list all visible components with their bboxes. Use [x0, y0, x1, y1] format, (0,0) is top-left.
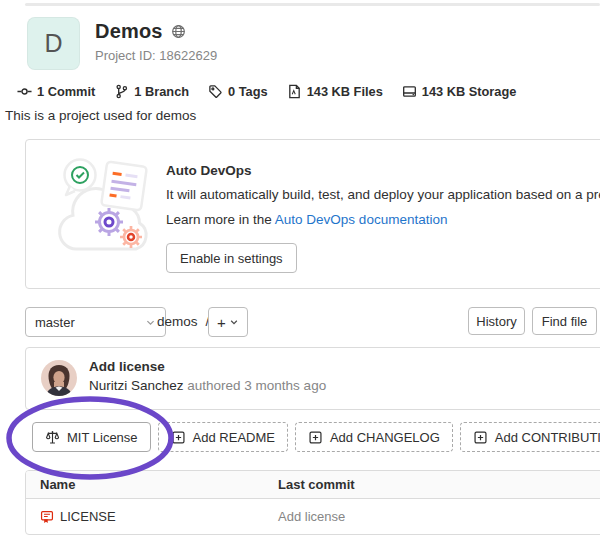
- last-commit-card: Add license Nuritzi Sanchez authored 3 m…: [25, 347, 600, 410]
- commit-author[interactable]: Nuritzi Sanchez: [89, 378, 184, 393]
- table-row[interactable]: LICENSE Add license: [26, 499, 600, 534]
- scale-icon: [45, 430, 60, 445]
- project-avatar-letter: D: [44, 29, 62, 58]
- mit-license-button[interactable]: MIT License: [32, 422, 151, 452]
- auto-devops-doc-link[interactable]: Auto DevOps documentation: [275, 212, 448, 227]
- stat-commits[interactable]: 1 Commit: [17, 84, 95, 99]
- add-contributing-button[interactable]: Add CONTRIBUTING: [460, 422, 600, 452]
- project-avatar: D: [27, 17, 80, 70]
- branch-icon: [114, 84, 129, 99]
- file-tree-table: Name Last commit LICENSE Add license: [25, 470, 600, 535]
- file-name-link[interactable]: LICENSE: [60, 509, 116, 524]
- add-changelog-button[interactable]: Add CHANGELOG: [295, 422, 453, 452]
- auto-devops-banner: Auto DevOps It will automatically build,…: [25, 139, 600, 289]
- stat-tags[interactable]: 0 Tags: [208, 84, 268, 99]
- tag-icon: [208, 84, 223, 99]
- file-suggestion-buttons: MIT License Add README Add CHANGELOG: [32, 422, 600, 452]
- auto-devops-title: Auto DevOps: [166, 163, 252, 178]
- breadcrumb-project[interactable]: demos: [157, 314, 198, 329]
- stat-storage[interactable]: 143 KB Storage: [402, 84, 517, 99]
- file-last-commit-link[interactable]: Add license: [278, 509, 345, 524]
- commit-meta: Nuritzi Sanchez authored 3 months ago: [89, 378, 326, 393]
- plus-square-icon: [473, 430, 488, 445]
- stat-files[interactable]: 143 KB Files: [287, 84, 383, 99]
- stat-branches[interactable]: 1 Branch: [114, 84, 189, 99]
- column-header-last-commit: Last commit: [278, 477, 600, 492]
- author-avatar: [41, 360, 77, 396]
- project-page: D Demos Project ID: 18622629 1 Commit: [0, 0, 600, 541]
- file-icon: [287, 84, 302, 99]
- devops-illustration-icon: [52, 148, 158, 260]
- auto-devops-learn-more: Learn more in the Auto DevOps documentat…: [166, 212, 447, 227]
- plus-square-icon: [308, 430, 323, 445]
- enable-in-settings-button[interactable]: Enable in settings: [166, 243, 297, 273]
- breadcrumb: demos /: [157, 307, 209, 335]
- find-file-button[interactable]: Find file: [532, 307, 597, 335]
- chevron-down-icon: [145, 317, 156, 328]
- commit-title[interactable]: Add license: [89, 359, 165, 374]
- history-button[interactable]: History: [468, 307, 525, 335]
- project-id: Project ID: 18622629: [95, 48, 217, 63]
- chevron-down-icon: [229, 317, 239, 327]
- commit-authored-ago: authored 3 months ago: [184, 378, 327, 393]
- top-divider: [25, 3, 600, 6]
- auto-devops-body: It will automatically build, test, and d…: [166, 187, 600, 202]
- branch-selector-value: master: [35, 315, 75, 330]
- commit-icon: [17, 84, 32, 99]
- plus-square-icon: [171, 430, 186, 445]
- column-header-name: Name: [26, 477, 278, 492]
- storage-icon: [402, 84, 417, 99]
- page-title: Demos: [95, 20, 163, 43]
- project-description: This is a project used for demos: [5, 108, 196, 123]
- add-file-dropdown-button[interactable]: +: [208, 307, 248, 337]
- table-header: Name Last commit: [26, 471, 600, 499]
- project-stats-bar: 1 Commit 1 Branch 0 Tags: [17, 84, 516, 99]
- license-file-icon: [40, 510, 54, 524]
- add-readme-button[interactable]: Add README: [158, 422, 288, 452]
- branch-selector[interactable]: master: [25, 307, 166, 337]
- globe-icon: [171, 24, 186, 39]
